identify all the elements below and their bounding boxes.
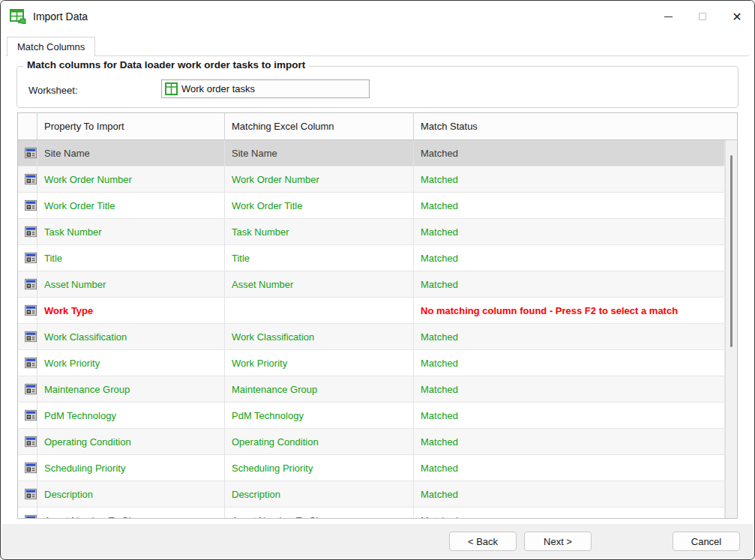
match-columns-groupbox: Match columns for Data loader work order… xyxy=(16,66,739,108)
row-indicator-cell[interactable] xyxy=(18,403,37,428)
row-indicator-cell[interactable] xyxy=(18,508,37,518)
row-indicator-cell[interactable] xyxy=(18,350,37,376)
row-indicator-cell[interactable] xyxy=(18,245,37,271)
cell-match-status[interactable]: Matched xyxy=(414,403,725,428)
cell-matching-excel-column[interactable]: Title xyxy=(225,245,414,271)
property-form-icon xyxy=(25,462,37,474)
cell-match-status[interactable]: Matched xyxy=(414,140,725,166)
cell-matching-excel-column[interactable]: Operating Condition xyxy=(225,429,414,454)
maximize-button[interactable] xyxy=(685,1,720,32)
cell-match-status[interactable]: Matched xyxy=(414,429,725,454)
cell-property-to-import[interactable]: Description xyxy=(37,481,225,507)
cancel-button[interactable]: Cancel xyxy=(673,532,740,551)
table-row[interactable]: Asset Number To ChangeAsset Number To Ch… xyxy=(18,508,725,518)
cell-property-to-import[interactable]: Work Order Number xyxy=(37,166,225,192)
cell-property-to-import[interactable]: PdM Technology xyxy=(37,403,225,428)
cell-match-status[interactable]: No matching column found - Press F2 to s… xyxy=(414,298,725,323)
cell-matching-excel-column[interactable]: Work Classification xyxy=(225,324,414,349)
minimize-button[interactable] xyxy=(651,1,685,32)
cell-matching-excel-column[interactable] xyxy=(225,298,414,323)
cell-property-to-import[interactable]: Asset Number To Change xyxy=(37,508,225,518)
cell-property-to-import[interactable]: Site Name xyxy=(37,140,225,166)
cell-match-status[interactable]: Matched xyxy=(414,193,725,218)
table-row[interactable]: Work ClassificationWork ClassificationMa… xyxy=(18,324,725,350)
property-form-icon xyxy=(25,357,37,369)
cell-matching-excel-column[interactable]: Maintenance Group xyxy=(225,376,414,402)
property-form-icon xyxy=(25,278,37,290)
cell-matching-excel-column[interactable]: Work Order Title xyxy=(225,193,414,218)
cell-property-to-import[interactable]: Asset Number xyxy=(37,271,225,297)
back-button[interactable]: < Back xyxy=(449,532,517,551)
property-form-icon xyxy=(25,514,37,518)
cell-match-status[interactable]: Matched xyxy=(414,376,725,402)
cell-matching-excel-column[interactable]: PdM Technology xyxy=(225,403,414,428)
row-indicator-cell[interactable] xyxy=(18,193,37,218)
window-controls: ✕ xyxy=(651,1,754,32)
cell-property-to-import[interactable]: Scheduling Priority xyxy=(37,455,225,481)
cell-match-status[interactable]: Matched xyxy=(414,324,725,349)
cell-matching-excel-column[interactable]: Work Priority xyxy=(225,350,414,376)
excel-worksheet-icon xyxy=(165,82,178,95)
scrollbar-thumb[interactable] xyxy=(730,155,733,347)
table-row[interactable]: PdM TechnologyPdM TechnologyMatched xyxy=(18,403,725,429)
cell-matching-excel-column[interactable]: Asset Number To Change xyxy=(225,508,414,518)
match-columns-panel: Match columns for Data loader work order… xyxy=(6,55,749,524)
cell-matching-excel-column[interactable]: Site Name xyxy=(225,140,414,166)
cell-matching-excel-column[interactable]: Scheduling Priority xyxy=(225,455,414,481)
cell-property-to-import[interactable]: Work Priority xyxy=(37,350,225,376)
row-indicator-cell[interactable] xyxy=(18,455,37,481)
row-indicator-cell[interactable] xyxy=(18,140,37,166)
table-row[interactable]: Maintenance GroupMaintenance GroupMatche… xyxy=(18,376,725,403)
cell-match-status[interactable]: Matched xyxy=(414,350,725,376)
row-indicator-cell[interactable] xyxy=(18,219,37,244)
cell-match-status[interactable]: Matched xyxy=(414,271,725,297)
table-row[interactable]: Work TypeNo matching column found - Pres… xyxy=(18,298,725,324)
table-row[interactable]: Work Order TitleWork Order TitleMatched xyxy=(18,193,725,219)
header-match-status[interactable]: Match Status xyxy=(414,113,737,139)
row-indicator-cell[interactable] xyxy=(18,324,37,349)
tab-match-columns[interactable]: Match Columns xyxy=(7,37,95,56)
property-form-icon xyxy=(25,436,37,448)
table-row[interactable]: Task NumberTask NumberMatched xyxy=(18,219,725,245)
table-row[interactable]: TitleTitleMatched xyxy=(18,245,725,271)
cell-property-to-import[interactable]: Operating Condition xyxy=(37,429,225,454)
cell-match-status[interactable]: Matched xyxy=(414,245,725,271)
cell-match-status[interactable]: Matched xyxy=(414,166,725,192)
cell-matching-excel-column[interactable]: Asset Number xyxy=(225,271,414,297)
row-indicator-cell[interactable] xyxy=(18,271,37,297)
table-row[interactable]: Work Order NumberWork Order NumberMatche… xyxy=(18,166,725,193)
window-title: Import Data xyxy=(33,10,88,22)
row-indicator-cell[interactable] xyxy=(18,481,37,507)
cell-match-status[interactable]: Matched xyxy=(414,481,725,507)
property-form-icon xyxy=(25,173,37,185)
row-indicator-cell[interactable] xyxy=(18,429,37,454)
worksheet-field[interactable]: Work order tasks xyxy=(161,79,370,98)
cell-property-to-import[interactable]: Title xyxy=(37,245,225,271)
cell-property-to-import[interactable]: Work Order Title xyxy=(37,193,225,218)
cell-matching-excel-column[interactable]: Work Order Number xyxy=(225,166,414,192)
row-indicator-cell[interactable] xyxy=(18,166,37,192)
table-row[interactable]: Operating ConditionOperating ConditionMa… xyxy=(18,429,725,455)
table-row[interactable]: Scheduling PriorityScheduling PriorityMa… xyxy=(18,455,725,481)
cell-property-to-import[interactable]: Work Classification xyxy=(37,324,225,349)
property-form-icon xyxy=(25,226,37,238)
next-button[interactable]: Next > xyxy=(524,532,592,551)
cell-matching-excel-column[interactable]: Task Number xyxy=(225,219,414,244)
table-row[interactable]: Asset NumberAsset NumberMatched xyxy=(18,271,725,298)
cell-property-to-import[interactable]: Work Type xyxy=(37,298,225,323)
cell-property-to-import[interactable]: Maintenance Group xyxy=(37,376,225,402)
cell-match-status[interactable]: Matched xyxy=(414,455,725,481)
cell-match-status[interactable]: Matched xyxy=(414,508,725,518)
header-property-to-import[interactable]: Property To Import xyxy=(37,113,225,139)
table-row[interactable]: Site NameSite NameMatched xyxy=(18,140,725,166)
row-indicator-cell[interactable] xyxy=(18,376,37,402)
cell-match-status[interactable]: Matched xyxy=(414,219,725,244)
vertical-scrollbar[interactable] xyxy=(725,140,737,518)
table-row[interactable]: DescriptionDescriptionMatched xyxy=(18,481,725,508)
close-button[interactable]: ✕ xyxy=(720,1,754,32)
row-indicator-cell[interactable] xyxy=(18,298,37,323)
table-row[interactable]: Work PriorityWork PriorityMatched xyxy=(18,350,725,376)
cell-matching-excel-column[interactable]: Description xyxy=(225,481,414,507)
header-matching-excel-column[interactable]: Matching Excel Column xyxy=(225,113,414,139)
cell-property-to-import[interactable]: Task Number xyxy=(37,219,225,244)
